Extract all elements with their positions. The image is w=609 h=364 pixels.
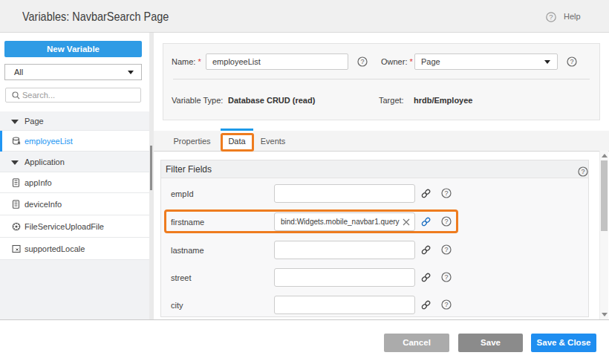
svg-text:?: ? — [549, 13, 553, 21]
svg-text:?: ? — [581, 168, 584, 175]
svg-text:?: ? — [444, 273, 448, 281]
svg-text:?: ? — [570, 58, 573, 65]
svg-text:?: ? — [444, 189, 448, 197]
svg-text:?: ? — [444, 301, 448, 308]
svg-text:?: ? — [444, 246, 448, 253]
svg-text:?: ? — [360, 58, 364, 65]
